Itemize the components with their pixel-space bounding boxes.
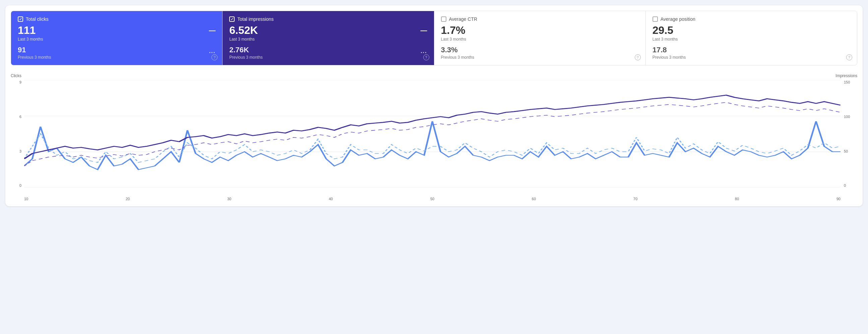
- x-axis-labels: 10 20 30 40 50 60 70 80 90: [24, 191, 840, 201]
- card-value-average-position: 29.5: [652, 25, 673, 36]
- card-value-total-impressions: 6.52K: [229, 25, 258, 36]
- y-label-left-9: 9: [20, 80, 23, 84]
- y-label-left-3: 3: [20, 149, 23, 153]
- help-icon-total-clicks[interactable]: ?: [212, 54, 217, 60]
- card-prev-label-total-clicks: Previous 3 months: [18, 55, 51, 60]
- card-label-total-clicks: Last 3 months: [18, 37, 216, 41]
- card-title-average-position: Average position: [660, 17, 695, 22]
- main-container: Total clicks 111 — Last 3 months 91 Prev…: [5, 5, 863, 206]
- help-icon-average-ctr[interactable]: ?: [635, 54, 641, 60]
- card-label-average-position: Last 3 months: [652, 37, 850, 41]
- card-value-total-clicks: 111: [18, 25, 35, 36]
- card-prev-value-average-position: 17.8: [652, 45, 850, 54]
- card-prev-value-average-ctr: 3.3%: [441, 45, 639, 54]
- x-label-40: 40: [329, 197, 333, 201]
- help-icon-average-position[interactable]: ?: [846, 54, 852, 60]
- checkbox-average-ctr[interactable]: [441, 17, 446, 22]
- line-clicks-current: [24, 121, 840, 170]
- metric-card-total-impressions[interactable]: Total impressions 6.52K — Last 3 months …: [222, 11, 434, 65]
- y-labels-right: 150 100 50 0: [842, 80, 857, 187]
- card-value-average-ctr: 1.7%: [441, 25, 465, 36]
- x-label-70: 70: [633, 197, 638, 201]
- checkbox-total-clicks[interactable]: [18, 17, 23, 22]
- x-label-30: 30: [227, 197, 231, 201]
- y-labels-left: 9 6 3 0: [11, 80, 23, 187]
- y-label-right-100: 100: [842, 115, 850, 119]
- x-label-20: 20: [126, 197, 130, 201]
- line-impressions-previous: [24, 102, 840, 166]
- checkbox-average-position[interactable]: [652, 17, 658, 22]
- y-label-right-50: 50: [842, 149, 848, 153]
- chart-container: Clicks Impressions 9 6 3 0 150 100 50 0: [11, 73, 857, 201]
- help-icon-total-impressions[interactable]: ?: [423, 54, 429, 60]
- card-dash-total-clicks: —: [209, 27, 216, 34]
- metric-card-average-ctr[interactable]: Average CTR 1.7% Last 3 months 3.3% Prev…: [434, 11, 646, 65]
- card-label-average-ctr: Last 3 months: [441, 37, 639, 41]
- chart-y-label-left: Clicks: [11, 73, 22, 78]
- y-label-right-150: 150: [842, 80, 850, 84]
- line-impressions-current: [24, 95, 840, 159]
- x-label-60: 60: [532, 197, 536, 201]
- chart-svg: [24, 80, 840, 187]
- x-label-50: 50: [430, 197, 434, 201]
- metric-card-total-clicks[interactable]: Total clicks 111 — Last 3 months 91 Prev…: [11, 11, 222, 65]
- x-label-90: 90: [837, 197, 840, 201]
- y-label-left-0: 0: [20, 183, 23, 187]
- card-prev-value-total-clicks: 91: [18, 45, 51, 54]
- chart-y-label-right: Impressions: [836, 73, 857, 78]
- card-title-total-impressions: Total impressions: [237, 17, 274, 22]
- card-title-total-clicks: Total clicks: [26, 17, 49, 22]
- x-label-10: 10: [24, 197, 28, 201]
- y-label-left-6: 6: [20, 115, 23, 119]
- metric-card-average-position[interactable]: Average position 29.5 Last 3 months 17.8…: [646, 11, 857, 65]
- x-label-80: 80: [735, 197, 739, 201]
- checkbox-total-impressions[interactable]: [229, 17, 235, 22]
- metric-cards-row: Total clicks 111 — Last 3 months 91 Prev…: [11, 11, 857, 65]
- card-dash-total-impressions: —: [421, 27, 427, 34]
- card-prev-label-total-impressions: Previous 3 months: [229, 55, 262, 60]
- card-prev-label-average-position: Previous 3 months: [652, 55, 850, 60]
- chart-svg-wrapper: [24, 80, 840, 187]
- card-prev-value-total-impressions: 2.76K: [229, 45, 262, 54]
- y-label-right-0: 0: [842, 183, 846, 187]
- line-clicks-previous: [24, 134, 840, 162]
- card-prev-label-average-ctr: Previous 3 months: [441, 55, 639, 60]
- card-title-average-ctr: Average CTR: [449, 17, 477, 22]
- card-label-total-impressions: Last 3 months: [229, 37, 427, 41]
